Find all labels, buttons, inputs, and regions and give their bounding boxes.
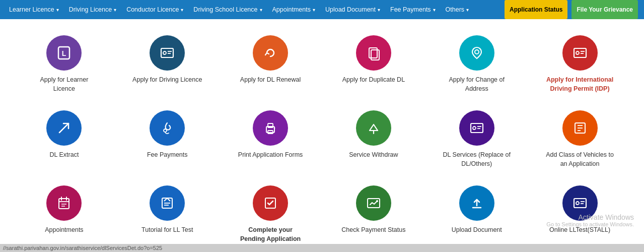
service-card-7[interactable]: Fee Payments (118, 103, 217, 173)
svg-point-20 (473, 127, 476, 130)
card-label-2: Apply for DL Renewal (240, 76, 301, 85)
nav-label: Driving Licence (69, 6, 112, 13)
card-icon-6 (46, 110, 82, 146)
service-card-16[interactable]: Upload Document (427, 178, 526, 248)
card-icon-14 (253, 185, 288, 221)
svg-rect-27 (59, 199, 69, 209)
nav-item-learner-licence[interactable]: Learner Licence▾ (4, 0, 64, 19)
nav-item-upload-document[interactable]: Upload Document▾ (320, 0, 385, 19)
nav-label: Fee Payments (390, 6, 431, 13)
service-card-10[interactable]: DL Services (Replace of DL/Others) (427, 103, 526, 173)
card-icon-15 (356, 185, 391, 221)
svg-point-10 (576, 51, 579, 54)
nav-item-others[interactable]: Others▾ (441, 0, 474, 19)
nav-label: Appointments (272, 6, 311, 13)
chevron-down-icon: ▾ (433, 7, 436, 13)
card-icon-16 (459, 185, 494, 221)
card-label-9: Service Withdraw (349, 151, 398, 160)
card-icon-7 (150, 110, 185, 146)
service-card-9[interactable]: Service Withdraw (324, 103, 422, 173)
card-label-17: Online LLTest(STALL) (549, 226, 610, 235)
card-label-14: Complete your Pending Application (235, 226, 306, 243)
card-icon-0: L (46, 35, 82, 71)
card-icon-12 (46, 185, 82, 221)
card-icon-8 (253, 110, 288, 146)
nav-label: Conductor Licence (126, 6, 179, 13)
service-card-6[interactable]: DL Extract (15, 103, 113, 173)
svg-point-38 (376, 200, 378, 202)
card-icon-2 (253, 35, 288, 71)
statusbar-url: //sarathi.parivahan.gov.in/sarathiservic… (3, 245, 162, 251)
svg-point-17 (274, 128, 275, 129)
chevron-down-icon: ▾ (56, 7, 59, 13)
nav-item-appointments[interactable]: Appointments▾ (267, 0, 320, 19)
navbar: Learner Licence▾Driving Licence▾Conducto… (0, 0, 644, 19)
service-card-15[interactable]: Check Payment Status (324, 178, 422, 248)
card-label-4: Apply for Change of Address (442, 76, 512, 93)
service-card-1[interactable]: Apply for Driving Licence (118, 28, 217, 98)
statusbar: //sarathi.parivahan.gov.in/sarathiservic… (0, 244, 644, 252)
card-icon-17 (562, 185, 598, 221)
card-icon-5 (562, 35, 598, 71)
card-icon-11 (562, 110, 598, 146)
card-label-13: Tutorial for LL Test (141, 226, 193, 235)
chevron-down-icon: ▾ (114, 7, 116, 13)
card-label-7: Fee Payments (147, 151, 188, 160)
chevron-down-icon: ▾ (260, 7, 262, 13)
nav-item-driving-licence[interactable]: Driving Licence▾ (64, 0, 121, 19)
card-label-6: DL Extract (49, 151, 79, 160)
card-icon-1 (150, 35, 185, 71)
card-label-8: Print Application Forms (238, 151, 303, 160)
nav-label: Learner Licence (9, 6, 54, 13)
svg-point-3 (163, 51, 166, 54)
svg-point-41 (576, 202, 579, 205)
nav-special-application-status[interactable]: Application Status (505, 0, 567, 19)
card-icon-4 (459, 35, 494, 71)
nav-special-file-your-grievance[interactable]: File Your Grievance (571, 0, 638, 19)
services-grid: L Apply for Learner Licence Apply for Dr… (0, 19, 644, 252)
service-card-2[interactable]: Apply for DL Renewal (222, 28, 320, 98)
service-card-8[interactable]: Print Application Forms (222, 103, 320, 173)
service-card-4[interactable]: Apply for Change of Address (427, 28, 526, 98)
card-label-10: DL Services (Replace of DL/Others) (442, 151, 512, 168)
card-label-15: Check Payment Status (341, 226, 405, 235)
nav-item-fee-payments[interactable]: Fee Payments▾ (385, 0, 441, 19)
service-card-13[interactable]: Tutorial for LL Test (118, 178, 217, 248)
card-icon-3 (356, 35, 391, 71)
service-card-5[interactable]: Apply for International Driving Permit (… (531, 28, 629, 98)
card-icon-10 (459, 110, 494, 146)
chevron-down-icon: ▾ (181, 7, 183, 13)
nav-item-driving-school-licence[interactable]: Driving School Licence▾ (188, 0, 267, 19)
nav-label: Others (446, 6, 465, 13)
svg-text:L: L (62, 49, 66, 57)
chevron-down-icon: ▾ (313, 7, 315, 13)
card-label-12: Appointments (45, 226, 83, 235)
card-label-16: Upload Document (452, 226, 502, 235)
service-card-11[interactable]: Add Class of Vehicles to an Application (531, 103, 629, 173)
chevron-down-icon: ▾ (378, 7, 380, 13)
svg-rect-37 (368, 199, 380, 208)
service-card-17[interactable]: Online LLTest(STALL) (531, 178, 629, 248)
nav-label: Driving School Licence (193, 6, 257, 13)
chevron-down-icon: ▾ (466, 7, 469, 13)
card-icon-9 (356, 110, 391, 146)
card-label-5: Apply for International Driving Permit (… (545, 76, 615, 93)
service-card-3[interactable]: Apply for Duplicate DL (324, 28, 422, 98)
card-label-11: Add Class of Vehicles to an Application (545, 151, 615, 168)
card-icon-13 (150, 185, 185, 221)
nav-item-conductor-licence[interactable]: Conductor Licence▾ (121, 0, 188, 19)
service-card-12[interactable]: Appointments (15, 178, 113, 248)
svg-point-8 (475, 50, 479, 54)
nav-label: Upload Document (325, 6, 376, 13)
card-label-1: Apply for Driving Licence (132, 76, 202, 85)
card-label-3: Apply for Duplicate DL (342, 76, 405, 85)
service-card-0[interactable]: L Apply for Learner Licence (15, 28, 113, 98)
card-label-0: Apply for Learner Licence (29, 76, 99, 93)
service-card-14[interactable]: Complete your Pending Application (222, 178, 320, 248)
